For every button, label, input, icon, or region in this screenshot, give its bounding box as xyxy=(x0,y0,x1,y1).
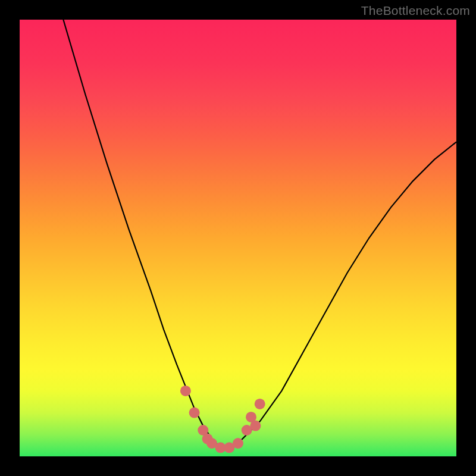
watermark-text: TheBottleneck.com xyxy=(361,4,470,18)
curve-marker xyxy=(180,386,191,396)
curve-marker xyxy=(250,421,261,431)
curve-marker xyxy=(255,399,265,409)
curve-marker xyxy=(189,408,200,418)
bottleneck-curve xyxy=(63,20,456,447)
plot-area xyxy=(20,20,456,456)
chart-svg xyxy=(20,20,456,456)
curve-markers xyxy=(180,386,265,453)
chart-frame: TheBottleneck.com xyxy=(0,0,476,476)
curve-marker xyxy=(233,438,243,449)
